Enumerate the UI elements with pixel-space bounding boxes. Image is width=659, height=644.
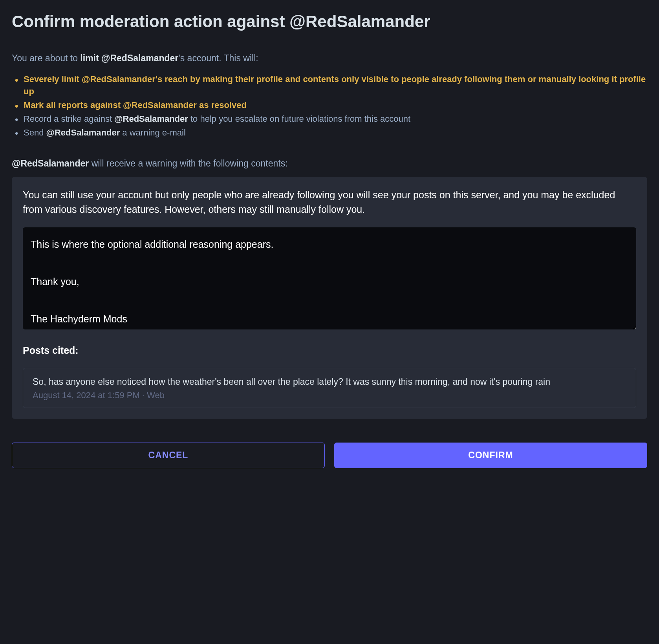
reasoning-textarea[interactable]	[23, 227, 636, 329]
effect-item: Send @RedSalamander a warning e-mail	[24, 127, 647, 139]
title-prefix: Confirm moderation action against	[12, 12, 289, 31]
effect-text: to help you escalate on future violation…	[188, 114, 410, 124]
warning-intro: @RedSalamander will receive a warning wi…	[12, 158, 647, 169]
title-handle: @RedSalamander	[289, 12, 430, 31]
warning-description: You can still use your account but only …	[23, 188, 636, 216]
effects-list: Severely limit @RedSalamander's reach by…	[12, 73, 647, 139]
intro-before: You are about to	[12, 53, 80, 63]
warning-intro-handle: @RedSalamander	[12, 158, 89, 168]
warning-box: You can still use your account but only …	[12, 177, 647, 419]
cancel-button[interactable]: CANCEL	[12, 443, 325, 468]
confirm-button[interactable]: CONFIRM	[334, 443, 647, 468]
effect-item: Record a strike against @RedSalamander t…	[24, 113, 647, 125]
intro-handle: @RedSalamander	[101, 53, 178, 63]
cited-post-meta: August 14, 2024 at 1:59 PM · Web	[33, 390, 626, 401]
effect-bold: @RedSalamander	[114, 114, 188, 124]
action-buttons: CANCEL CONFIRM	[12, 443, 647, 468]
effect-text: Record a strike against	[24, 114, 114, 124]
cited-post: So, has anyone else noticed how the weat…	[23, 368, 636, 408]
effect-text: a warning e-mail	[120, 128, 186, 137]
warning-intro-suffix: will receive a warning with the followin…	[89, 158, 287, 168]
effect-item: Severely limit @RedSalamander's reach by…	[24, 73, 647, 98]
effect-bold: @RedSalamander	[46, 128, 120, 137]
cited-post-content: So, has anyone else noticed how the weat…	[33, 375, 626, 388]
intro-action: limit	[80, 53, 101, 63]
posts-cited-heading: Posts cited:	[23, 345, 636, 356]
intro-text: You are about to limit @RedSalamander's …	[12, 53, 647, 64]
page-title: Confirm moderation action against @RedSa…	[12, 12, 647, 31]
effect-text: Send	[24, 128, 46, 137]
effect-item: Mark all reports against @RedSalamander …	[24, 99, 647, 112]
intro-suffix: 's account. This will:	[178, 53, 258, 63]
